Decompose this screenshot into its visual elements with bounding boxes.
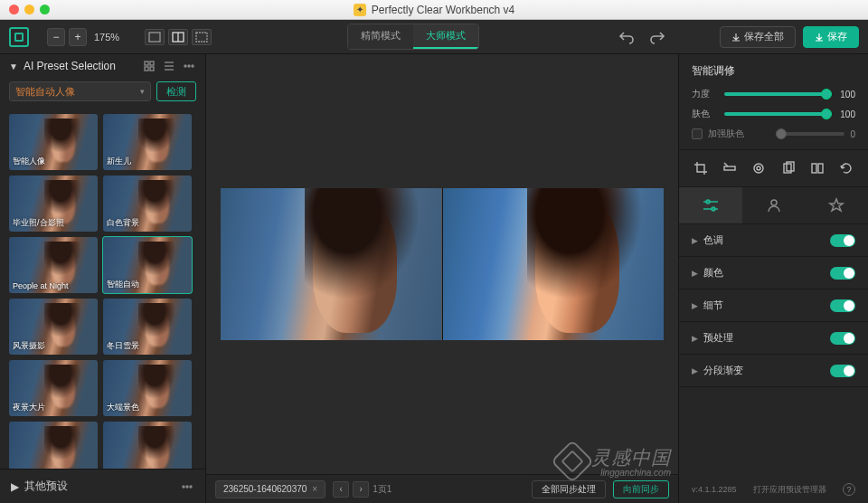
adjust-tab[interactable] [679,187,742,223]
view-single-button[interactable] [145,29,165,45]
preset-manager-link[interactable]: 打开应用预设管理器 [753,484,826,496]
preset-thumbnail[interactable]: 白色背景 [103,176,192,232]
svg-rect-4 [145,62,148,65]
portrait-tab[interactable] [742,187,806,223]
other-presets-header[interactable]: ▶其他预设 [0,469,205,503]
preset-label: 新生儿 [107,156,131,167]
accordion-header[interactable]: ▶色调 [679,224,868,256]
redo-button[interactable] [646,27,669,47]
section-title: 智能调修 [692,63,855,79]
accordion-header[interactable]: ▶细节 [679,289,868,321]
close-file-icon[interactable]: × [312,484,317,494]
more-icon[interactable] [180,480,194,493]
preset-label: 冬日雪景 [107,340,139,352]
eye-tool-icon[interactable] [750,159,768,177]
preset-thumbnail[interactable]: 新生儿 [103,114,192,170]
crop-tool-icon[interactable] [692,159,710,177]
svg-rect-17 [724,166,735,170]
skin-slider[interactable] [724,112,826,116]
svg-point-12 [188,65,190,67]
svg-point-15 [186,486,188,488]
mode-tabs: 精简模式 大师模式 [347,24,479,50]
preset-thumbnail[interactable]: 大端景色 [103,360,192,416]
mirror-icon[interactable] [808,159,826,177]
mac-titlebar: ✦Perfectly Clear Workbench v4 [0,0,868,20]
section-toggle[interactable] [830,299,855,312]
save-button[interactable]: 保存 [803,26,859,48]
view-split-button[interactable] [168,29,188,45]
effects-tab[interactable] [805,187,868,223]
zoom-minus-button[interactable]: − [47,28,65,46]
svg-point-29 [771,200,777,205]
preset-thumbnail[interactable] [103,422,192,469]
zoom-value: 175% [94,32,119,43]
detect-button[interactable]: 检测 [156,81,196,101]
svg-rect-24 [818,164,823,173]
preset-label: 白色背景 [107,217,139,229]
svg-point-11 [184,65,186,67]
section-toggle[interactable] [830,234,855,247]
chevron-down-icon: ▼ [9,62,18,71]
rotate-icon[interactable] [837,159,855,177]
svg-rect-0 [149,33,160,42]
app-icon: ✦ [354,4,366,16]
preset-label: 毕业照/合影照 [13,217,64,229]
preset-thumbnail[interactable] [9,422,98,469]
prev-page-button[interactable]: ‹ [333,481,349,498]
save-all-button[interactable]: 保存全部 [720,26,796,48]
bottom-bar: 236250-1640620370× ‹ › 1页1 全部同步处理 向前同步 [206,474,678,503]
preset-category-dropdown[interactable]: 智能自动人像▾ [9,81,151,101]
list-view-icon[interactable] [162,60,176,72]
svg-rect-6 [145,67,148,71]
section-toggle[interactable] [830,267,855,280]
undo-button[interactable] [615,27,638,47]
preset-thumbnail[interactable]: 风景摄影 [9,299,98,355]
mode-master-tab[interactable]: 大师模式 [413,24,478,49]
strength-slider[interactable] [724,92,826,96]
svg-point-20 [757,166,760,170]
preset-thumbnail[interactable]: 夜景大片 [9,360,98,416]
enhance-skin-slider[interactable] [781,132,844,136]
presets-grid: 智能人像新生儿毕业照/合影照白色背景People at Night智能自动风景摄… [0,109,205,469]
view-crop-button[interactable] [192,29,212,45]
preset-thumbnail[interactable]: 毕业照/合影照 [9,176,98,232]
svg-rect-3 [196,33,207,42]
svg-point-14 [183,486,184,488]
sync-forward-button[interactable]: 向前同步 [613,480,669,498]
right-panel: 智能调修 力度 100 肤色 100 加强肤色 0 [678,54,868,503]
process-all-button[interactable]: 全部同步处理 [532,480,606,498]
preset-thumbnail[interactable]: 智能人像 [9,114,98,170]
accordion-header[interactable]: ▶颜色 [679,257,868,289]
preset-label: People at Night [13,281,69,290]
svg-rect-23 [812,164,816,173]
preset-label: 夜景大片 [13,402,45,413]
window-title: Perfectly Clear Workbench v4 [372,4,515,16]
section-toggle[interactable] [830,365,855,377]
enhance-skin-checkbox[interactable] [692,128,703,139]
next-page-button[interactable]: › [353,481,369,498]
preset-label: 大端景色 [107,402,139,413]
preset-label: 智能人像 [13,156,45,167]
mode-simple-tab[interactable]: 精简模式 [348,24,413,49]
slider-label: 力度 [692,88,717,100]
center-canvas: 236250-1640620370× ‹ › 1页1 全部同步处理 向前同步 灵… [206,54,678,503]
zoom-plus-button[interactable]: + [69,28,87,46]
section-toggle[interactable] [830,332,855,345]
copy-icon[interactable] [779,159,797,177]
accordion-header[interactable]: ▶预处理 [679,322,868,354]
preset-thumbnail[interactable]: 智能自动 [103,237,192,293]
straighten-tool-icon[interactable] [721,159,739,177]
more-icon[interactable] [182,60,196,72]
grid-view-icon[interactable] [142,60,156,72]
svg-rect-5 [150,62,154,65]
preset-thumbnail[interactable]: People at Night [9,237,98,293]
page-indicator: 1页1 [373,483,392,496]
preview-image[interactable] [221,188,664,340]
file-badge[interactable]: 236250-1640620370× [215,480,326,498]
version-text: v:4.1.1.2285 [692,485,737,494]
preset-thumbnail[interactable]: 冬日雪景 [103,299,192,355]
svg-point-19 [754,164,763,173]
slider-label: 肤色 [692,108,717,120]
accordion-header[interactable]: ▶分段渐变 [679,355,868,386]
help-icon[interactable]: ? [843,483,855,496]
